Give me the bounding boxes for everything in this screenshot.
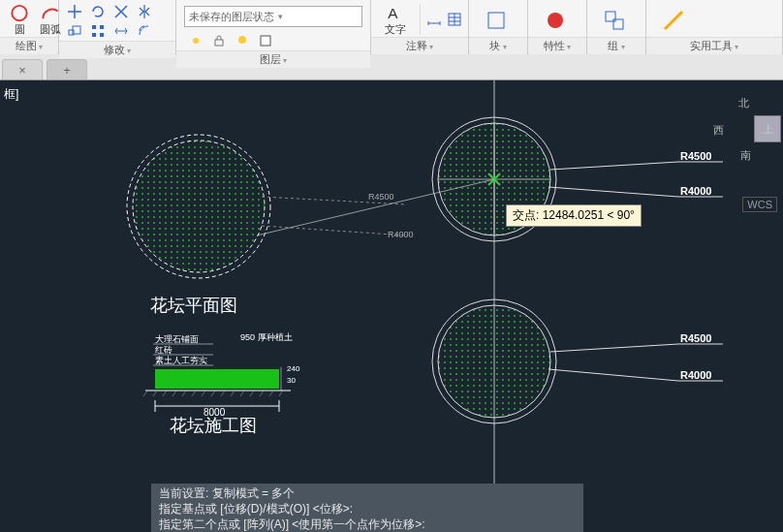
dim-r4000-b: R4000 (680, 369, 711, 381)
group-button[interactable] (595, 2, 634, 37)
modify-move-button[interactable] (64, 3, 85, 20)
modify-mirror-button[interactable] (134, 3, 155, 20)
modify-stretch-button[interactable] (110, 22, 132, 40)
sun-icon (188, 33, 204, 48)
scale-icon (67, 23, 82, 39)
svg-line-52 (202, 391, 205, 396)
modify-array-button[interactable] (87, 22, 109, 40)
svg-line-59 (269, 391, 273, 396)
svg-point-7 (193, 38, 199, 44)
viewcube-north[interactable]: 北 (738, 96, 749, 110)
svg-line-36 (550, 344, 678, 352)
dimension-icon (426, 12, 442, 27)
stretch-icon (113, 23, 129, 39)
modify-scale-button[interactable] (64, 22, 85, 40)
panel-annot: A 文字 注释 (371, 0, 469, 53)
table-icon (447, 12, 462, 27)
layer-color-button[interactable] (255, 32, 276, 49)
object-circle-bottom[interactable]: R4500 R4000 (432, 299, 723, 423)
svg-line-55 (231, 391, 235, 396)
svg-line-30 (548, 187, 678, 197)
document-tab-new[interactable]: + (47, 59, 87, 79)
document-tab-active[interactable]: × (2, 59, 43, 79)
viewcube-west[interactable]: 西 (713, 123, 724, 138)
cmd-line-2: 指定基点或 [位移(D)/模式(O)] <位移>: (159, 501, 576, 516)
ribbon: 圆 圆弧 绘图 修改 未保存的图层状态 (0, 0, 783, 54)
panel-block-title[interactable]: 块 (469, 37, 527, 54)
panel-group: 组 (587, 0, 646, 53)
svg-line-57 (250, 391, 254, 396)
panel-group-title[interactable]: 组 (587, 37, 645, 54)
svg-rect-8 (215, 40, 223, 46)
dim-r4000-a: R4000 (680, 185, 711, 197)
draw-circle-button[interactable]: 圆 (8, 2, 31, 37)
panel-layer-title[interactable]: 图层 (176, 50, 370, 68)
object-section[interactable]: 大理石铺面 红砖 素土人工夯实 950 厚种植土 8000 240 30 (143, 332, 300, 418)
panel-annot-title[interactable]: 注释 (371, 37, 468, 54)
measure-button[interactable] (654, 2, 693, 37)
svg-rect-10 (261, 36, 270, 46)
drawing-area[interactable]: 框] R4500 R4000 (0, 80, 783, 532)
plus-icon: + (63, 63, 71, 78)
panel-modify-title[interactable]: 修改 (59, 41, 175, 58)
svg-rect-6 (100, 33, 104, 37)
command-window[interactable]: 当前设置: 复制模式 = 多个 指定基点或 [位移(D)/模式(O)] <位移>… (151, 484, 583, 532)
viewcube[interactable]: 北 西 上 南 (715, 98, 777, 160)
properties-button[interactable] (536, 2, 575, 37)
layer-lock-button[interactable] (208, 32, 230, 49)
svg-line-49 (172, 391, 176, 396)
wcs-label[interactable]: WCS (742, 197, 777, 212)
svg-line-51 (192, 391, 196, 396)
text-button[interactable]: A 文字 (379, 2, 412, 37)
text-label: 文字 (385, 22, 406, 37)
trim-icon (113, 4, 129, 19)
mirror-icon (137, 4, 152, 19)
block-insert-button[interactable] (477, 2, 516, 37)
svg-rect-3 (92, 25, 96, 29)
panel-draw-title[interactable]: 绘图 (0, 37, 58, 54)
panel-prop-title[interactable]: 特性 (528, 37, 586, 54)
cmd-line-1: 当前设置: 复制模式 = 多个 (159, 485, 576, 501)
svg-point-9 (238, 36, 246, 44)
object-selected-circle[interactable]: R4500 R4000 (127, 135, 414, 278)
viewcube-south[interactable]: 南 (740, 148, 751, 163)
move-icon (67, 4, 82, 19)
svg-line-50 (182, 391, 186, 396)
circle-icon (8, 2, 31, 24)
svg-line-28 (550, 162, 678, 170)
modify-rotate-button[interactable] (87, 3, 109, 20)
panel-util-title[interactable]: 实用工具 (646, 37, 782, 54)
group-icon (603, 9, 626, 32)
svg-line-47 (153, 391, 157, 396)
panel-layer: 未保存的图层状态 ▾ 图层 (176, 0, 371, 53)
dim-240: 240 (287, 364, 300, 373)
layer-state-combo[interactable]: 未保存的图层状态 ▾ (184, 6, 362, 27)
svg-line-46 (143, 391, 147, 396)
layer-off-button[interactable] (232, 32, 253, 49)
osnap-tooltip-text: 交点: 12484.0251 < 90° (513, 208, 635, 222)
section-soil-note: 950 厚种植土 (240, 332, 293, 342)
layer-freeze-button[interactable] (185, 32, 206, 49)
modify-offset-button[interactable] (134, 22, 155, 40)
svg-line-54 (221, 391, 225, 396)
table-button[interactable] (445, 11, 463, 28)
panel-prop: 特性 (528, 0, 587, 53)
svg-line-23 (262, 226, 407, 235)
dimension-button[interactable] (425, 11, 444, 28)
lock-icon (211, 33, 227, 48)
layer-state-text: 未保存的图层状态 (189, 10, 274, 24)
draw-circle-label: 圆 (15, 22, 25, 37)
draw-arc-label: 圆弧 (40, 22, 61, 37)
svg-line-56 (240, 391, 244, 396)
dim-r4500-a: R4500 (680, 150, 711, 162)
modify-trim-button[interactable] (110, 3, 132, 20)
section-mat3: 素土人工夯实 (155, 356, 207, 365)
osnap-tooltip: 交点: 12484.0251 < 90° (506, 204, 642, 227)
square-icon (258, 33, 273, 48)
caption-section: 花坛施工图 (170, 416, 257, 435)
modify-button-grid (63, 2, 156, 41)
drawing-canvas[interactable]: R4500 R4000 R4500 R4000 (0, 80, 783, 532)
panel-modify: 修改 (59, 0, 176, 53)
viewcube-top-face[interactable]: 上 (754, 115, 781, 142)
chevron-down-icon: ▾ (278, 12, 283, 21)
